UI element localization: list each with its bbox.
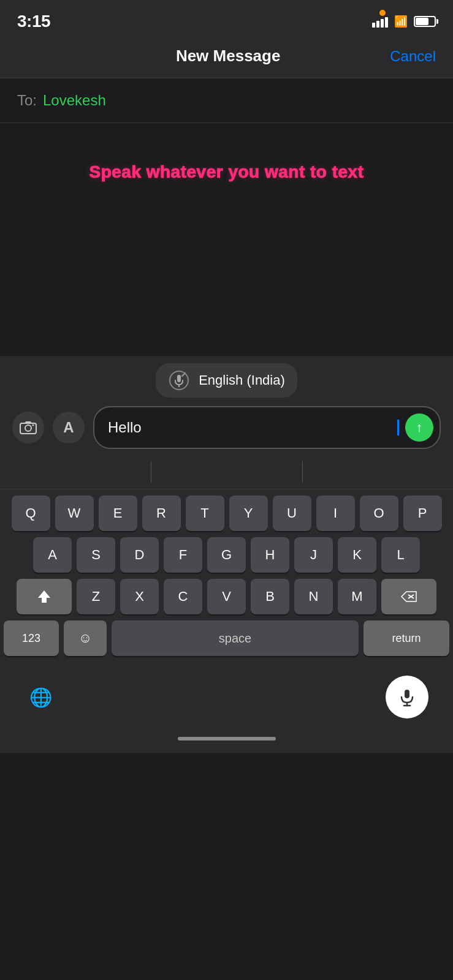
key-p[interactable]: P (403, 496, 442, 531)
key-t[interactable]: T (186, 496, 224, 531)
svg-rect-6 (25, 421, 31, 424)
key-w[interactable]: W (55, 496, 94, 531)
key-r[interactable]: R (142, 496, 181, 531)
key-l[interactable]: L (381, 537, 420, 573)
keyboard: Q W E R T Y U I O P A S D F G H J K L (0, 489, 453, 666)
input-row: A Hello ↑ (12, 406, 441, 449)
to-label: To: (17, 92, 37, 109)
key-m[interactable]: M (338, 579, 376, 614)
key-v[interactable]: V (207, 579, 246, 614)
input-toolbar: English (India) A Hello ↑ (0, 356, 453, 455)
camera-button[interactable] (12, 412, 44, 443)
recipient-name: Lovekesh (43, 92, 106, 109)
status-time: 3:15 (17, 12, 50, 31)
orange-dot-indicator (379, 10, 386, 16)
key-g[interactable]: G (207, 537, 246, 573)
num-key[interactable]: 123 (4, 620, 59, 656)
dictation-mic-button[interactable] (386, 676, 428, 718)
key-u[interactable]: U (273, 496, 311, 531)
key-h[interactable]: H (251, 537, 289, 573)
key-row-4: 123 ☺ space return (4, 620, 449, 656)
key-row-2: A S D F G H J K L (4, 537, 449, 573)
battery-icon (414, 16, 436, 27)
key-f[interactable]: F (164, 537, 202, 573)
globe-button[interactable]: 🌐 (25, 681, 56, 713)
svg-point-7 (32, 424, 34, 426)
svg-rect-12 (405, 690, 409, 698)
key-row-3: Z X C V B N M (4, 579, 449, 614)
mic-cancel-svg (169, 370, 189, 391)
svg-line-3 (182, 373, 185, 376)
signal-icon (372, 15, 388, 28)
key-z[interactable]: Z (77, 579, 115, 614)
svg-point-5 (25, 425, 31, 431)
space-key[interactable]: space (112, 620, 359, 656)
key-q[interactable]: Q (12, 496, 50, 531)
predictive-bar (0, 455, 453, 489)
send-arrow-icon: ↑ (416, 420, 423, 435)
shift-key[interactable] (17, 579, 72, 614)
wifi-icon: 📶 (394, 15, 408, 28)
key-c[interactable]: C (164, 579, 202, 614)
return-key[interactable]: return (364, 620, 449, 656)
status-bar: 3:15 📶 (0, 0, 453, 37)
bottom-bar: 🌐 (0, 666, 453, 731)
key-b[interactable]: B (251, 579, 289, 614)
delete-key[interactable] (381, 579, 436, 614)
mic-cancel-icon[interactable] (168, 369, 190, 391)
home-indicator (178, 737, 276, 741)
to-field[interactable]: To: Lovekesh (0, 78, 453, 123)
key-j[interactable]: J (294, 537, 333, 573)
home-indicator-bar (0, 731, 453, 753)
text-input-value: Hello (108, 419, 390, 436)
emoji-key[interactable]: ☺ (64, 620, 107, 656)
key-y[interactable]: Y (229, 496, 268, 531)
key-k[interactable]: K (338, 537, 376, 573)
key-i[interactable]: I (316, 496, 355, 531)
text-input[interactable]: Hello ↑ (93, 406, 441, 449)
appstore-button[interactable]: A (53, 412, 85, 443)
key-a[interactable]: A (33, 537, 72, 573)
svg-rect-1 (177, 375, 181, 382)
svg-text:A: A (63, 419, 74, 435)
nav-title: New Message (66, 47, 390, 66)
text-cursor (397, 420, 399, 435)
send-button[interactable]: ↑ (405, 413, 433, 442)
key-n[interactable]: N (294, 579, 333, 614)
language-selector[interactable]: English (India) (156, 363, 297, 398)
keyboard-area: Q W E R T Y U I O P A S D F G H J K L (0, 455, 453, 753)
cancel-button[interactable]: Cancel (390, 48, 436, 65)
key-s[interactable]: S (77, 537, 115, 573)
key-row-1: Q W E R T Y U I O P (4, 496, 449, 531)
key-d[interactable]: D (120, 537, 159, 573)
status-icons: 📶 (372, 15, 436, 28)
message-area[interactable]: Speak whatever you want to text (0, 123, 453, 356)
key-e[interactable]: E (99, 496, 137, 531)
key-o[interactable]: O (360, 496, 398, 531)
speak-prompt: Speak whatever you want to text (89, 160, 364, 184)
key-x[interactable]: X (120, 579, 159, 614)
navigation-bar: New Message Cancel (0, 37, 453, 78)
language-label: English (India) (199, 372, 285, 388)
svg-marker-9 (38, 590, 50, 603)
